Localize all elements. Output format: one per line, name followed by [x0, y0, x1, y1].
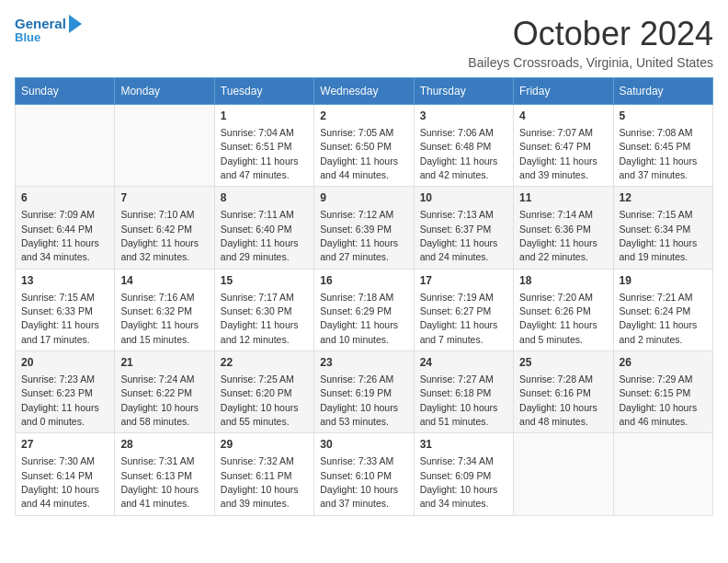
- calendar-cell: [613, 433, 712, 515]
- calendar-cell: 15Sunrise: 7:17 AMSunset: 6:30 PMDayligh…: [214, 269, 313, 350]
- calendar-cell: 19Sunrise: 7:21 AMSunset: 6:24 PMDayligh…: [613, 269, 712, 350]
- calendar-cell: 31Sunrise: 7:34 AMSunset: 6:09 PMDayligh…: [414, 433, 513, 515]
- calendar-cell: 16Sunrise: 7:18 AMSunset: 6:29 PMDayligh…: [314, 269, 414, 350]
- cell-line: Sunrise: 7:34 AM: [420, 455, 494, 466]
- cell-line: Sunset: 6:36 PM: [519, 224, 591, 235]
- cell-line: Sunrise: 7:08 AM: [620, 127, 693, 138]
- cell-line: Sunset: 6:32 PM: [120, 305, 192, 316]
- cell-line: Sunset: 6:29 PM: [320, 305, 392, 316]
- cell-line: Sunrise: 7:19 AM: [420, 292, 494, 303]
- calendar-cell: 13Sunrise: 7:15 AMSunset: 6:33 PMDayligh…: [16, 269, 115, 350]
- cell-line: Daylight: 11 hours and 5 minutes.: [519, 319, 597, 344]
- calendar-header-row: SundayMondayTuesdayWednesdayThursdayFrid…: [16, 78, 713, 105]
- title-block: October 2024 Baileys Crossroads, Virgini…: [468, 15, 713, 70]
- calendar-cell: 25Sunrise: 7:28 AMSunset: 6:16 PMDayligh…: [514, 351, 613, 433]
- cell-line: Sunrise: 7:25 AM: [221, 373, 294, 385]
- logo-text: General: [15, 17, 66, 32]
- day-number: 10: [420, 190, 507, 206]
- cell-line: Daylight: 11 hours and 39 minutes.: [519, 155, 597, 180]
- cell-line: Sunset: 6:18 PM: [420, 387, 492, 398]
- cell-line: Daylight: 10 hours and 39 minutes.: [221, 484, 299, 509]
- cell-line: Sunrise: 7:33 AM: [320, 455, 393, 466]
- cell-line: Sunrise: 7:30 AM: [21, 455, 95, 466]
- calendar-cell: 11Sunrise: 7:14 AMSunset: 6:36 PMDayligh…: [514, 187, 613, 269]
- cell-line: Daylight: 11 hours and 12 minutes.: [221, 319, 299, 344]
- cell-line: Daylight: 11 hours and 17 minutes.: [21, 319, 99, 344]
- cell-line: Sunset: 6:09 PM: [420, 470, 492, 481]
- page-header: General Blue October 2024 Baileys Crossr…: [15, 15, 713, 70]
- day-header-wednesday: Wednesday: [314, 78, 414, 105]
- cell-line: Sunrise: 7:05 AM: [320, 127, 393, 138]
- cell-line: Sunset: 6:30 PM: [221, 305, 292, 316]
- cell-line: Sunrise: 7:15 AM: [21, 292, 95, 303]
- cell-line: Sunset: 6:26 PM: [519, 305, 591, 316]
- cell-line: Daylight: 11 hours and 32 minutes.: [120, 237, 199, 262]
- cell-line: Daylight: 11 hours and 10 minutes.: [320, 319, 398, 344]
- cell-line: Sunrise: 7:28 AM: [519, 373, 593, 385]
- cell-line: Daylight: 11 hours and 0 minutes.: [21, 402, 99, 427]
- calendar-cell: 5Sunrise: 7:08 AMSunset: 6:45 PMDaylight…: [613, 105, 712, 187]
- cell-line: Sunset: 6:27 PM: [420, 305, 492, 316]
- cell-line: Sunset: 6:13 PM: [120, 470, 192, 481]
- cell-line: Daylight: 10 hours and 44 minutes.: [21, 484, 99, 509]
- cell-line: Sunrise: 7:04 AM: [221, 127, 294, 138]
- cell-line: Sunrise: 7:24 AM: [120, 373, 194, 385]
- calendar-cell: 6Sunrise: 7:09 AMSunset: 6:44 PMDaylight…: [16, 187, 115, 269]
- cell-line: Daylight: 10 hours and 37 minutes.: [320, 484, 398, 509]
- cell-line: Daylight: 11 hours and 22 minutes.: [519, 237, 597, 262]
- day-header-monday: Monday: [115, 78, 214, 105]
- cell-line: Daylight: 11 hours and 29 minutes.: [221, 237, 299, 262]
- cell-line: Daylight: 10 hours and 34 minutes.: [420, 484, 498, 509]
- day-number: 13: [21, 273, 108, 289]
- day-number: 29: [221, 437, 308, 453]
- cell-line: Daylight: 11 hours and 42 minutes.: [420, 155, 498, 180]
- cell-line: Sunset: 6:19 PM: [320, 387, 392, 398]
- calendar-cell: [115, 105, 214, 187]
- calendar-cell: 28Sunrise: 7:31 AMSunset: 6:13 PMDayligh…: [115, 433, 214, 515]
- day-number: 18: [519, 273, 607, 289]
- calendar-cell: 8Sunrise: 7:11 AMSunset: 6:40 PMDaylight…: [214, 187, 313, 269]
- calendar-cell: 27Sunrise: 7:30 AMSunset: 6:14 PMDayligh…: [16, 433, 115, 515]
- calendar-week-row: 13Sunrise: 7:15 AMSunset: 6:33 PMDayligh…: [16, 269, 713, 350]
- cell-line: Daylight: 11 hours and 15 minutes.: [120, 319, 199, 344]
- cell-line: Sunset: 6:37 PM: [420, 224, 492, 235]
- calendar-cell: 3Sunrise: 7:06 AMSunset: 6:48 PMDaylight…: [414, 105, 513, 187]
- cell-line: Sunset: 6:47 PM: [519, 141, 591, 152]
- day-number: 20: [21, 355, 108, 371]
- cell-line: Daylight: 10 hours and 48 minutes.: [519, 402, 597, 427]
- day-number: 27: [21, 437, 108, 453]
- cell-line: Sunset: 6:40 PM: [221, 224, 292, 235]
- cell-line: Sunrise: 7:12 AM: [320, 209, 393, 220]
- day-number: 1: [221, 109, 308, 124]
- calendar-cell: 10Sunrise: 7:13 AMSunset: 6:37 PMDayligh…: [414, 187, 513, 269]
- calendar-cell: 1Sunrise: 7:04 AMSunset: 6:51 PMDaylight…: [214, 105, 313, 187]
- cell-line: Sunset: 6:50 PM: [320, 141, 392, 152]
- day-number: 31: [420, 437, 507, 453]
- calendar-week-row: 6Sunrise: 7:09 AMSunset: 6:44 PMDaylight…: [16, 187, 713, 269]
- calendar-cell: 26Sunrise: 7:29 AMSunset: 6:15 PMDayligh…: [613, 351, 712, 433]
- day-number: 11: [519, 190, 607, 206]
- cell-line: Sunrise: 7:13 AM: [420, 209, 494, 220]
- cell-line: Daylight: 10 hours and 46 minutes.: [620, 402, 698, 427]
- cell-line: Sunset: 6:11 PM: [221, 470, 292, 481]
- day-number: 8: [221, 190, 308, 206]
- calendar-cell: [16, 105, 115, 187]
- cell-line: Sunrise: 7:21 AM: [620, 292, 693, 303]
- cell-line: Sunrise: 7:11 AM: [221, 209, 294, 220]
- cell-line: Sunrise: 7:06 AM: [420, 127, 494, 138]
- day-number: 23: [320, 355, 407, 371]
- cell-line: Sunset: 6:39 PM: [320, 224, 392, 235]
- day-number: 30: [320, 437, 407, 453]
- cell-line: Daylight: 10 hours and 53 minutes.: [320, 402, 398, 427]
- logo-blue: Blue: [15, 31, 40, 44]
- day-number: 24: [420, 355, 507, 371]
- cell-line: Sunrise: 7:26 AM: [320, 373, 393, 385]
- calendar-table: SundayMondayTuesdayWednesdayThursdayFrid…: [15, 77, 713, 516]
- cell-line: Sunset: 6:48 PM: [420, 141, 492, 152]
- cell-line: Sunset: 6:22 PM: [120, 387, 192, 398]
- cell-line: Sunrise: 7:23 AM: [21, 373, 95, 385]
- day-number: 17: [420, 273, 507, 289]
- day-number: 22: [221, 355, 308, 371]
- location: Baileys Crossroads, Virginia, United Sta…: [468, 55, 713, 70]
- cell-line: Daylight: 11 hours and 44 minutes.: [320, 155, 398, 180]
